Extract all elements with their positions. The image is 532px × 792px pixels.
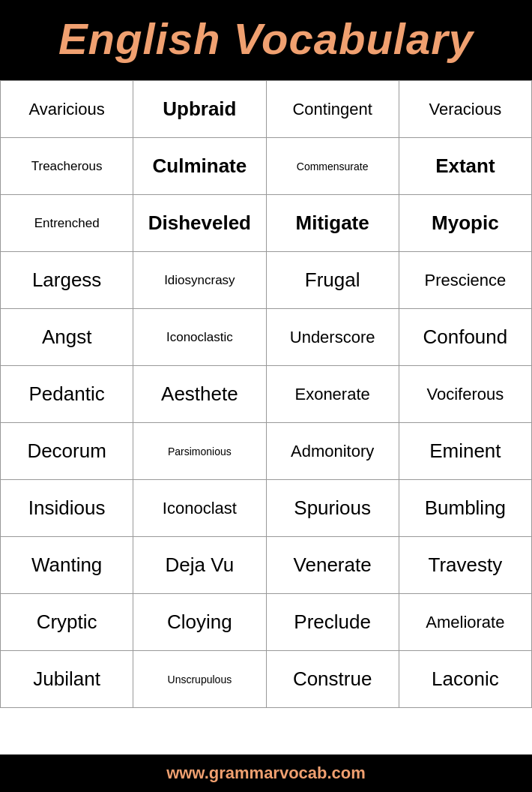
table-row: LargessIdiosyncrasyFrugalPrescience xyxy=(1,252,532,309)
vocab-cell: Spurious xyxy=(266,480,399,537)
vocab-cell: Underscore xyxy=(266,309,399,366)
vocab-cell: Deja Vu xyxy=(133,537,266,594)
table-row: InsidiousIconoclastSpuriousBumbling xyxy=(1,480,532,537)
vocab-cell: Iconoclast xyxy=(133,480,266,537)
vocab-cell: Extant xyxy=(399,138,531,195)
vocab-cell: Unscrupulous xyxy=(133,651,266,708)
table-row: CrypticCloyingPrecludeAmeliorate xyxy=(1,594,532,651)
vocabulary-table-container: AvariciousUpbraidContingentVeraciousTrea… xyxy=(0,80,532,754)
table-row: AngstIconoclasticUnderscoreConfound xyxy=(1,309,532,366)
vocab-cell: Pedantic xyxy=(1,366,133,423)
vocab-cell: Treacherous xyxy=(1,138,133,195)
vocab-cell: Angst xyxy=(1,309,133,366)
vocab-cell: Culminate xyxy=(133,138,266,195)
footer-url: www.grammarvocab.com xyxy=(166,764,366,782)
vocab-cell: Veracious xyxy=(399,81,531,138)
vocab-cell: Idiosyncrasy xyxy=(133,252,266,309)
vocab-cell: Myopic xyxy=(399,195,531,252)
vocab-cell: Wanting xyxy=(1,537,133,594)
page-title: English Vocabulary xyxy=(7,14,525,64)
vocab-cell: Contingent xyxy=(266,81,399,138)
vocab-cell: Preclude xyxy=(266,594,399,651)
vocab-cell: Confound xyxy=(399,309,531,366)
table-row: WantingDeja VuVenerateTravesty xyxy=(1,537,532,594)
vocab-cell: Bumbling xyxy=(399,480,531,537)
vocab-cell: Commensurate xyxy=(266,138,399,195)
vocab-cell: Insidious xyxy=(1,480,133,537)
vocab-cell: Entrenched xyxy=(1,195,133,252)
vocab-cell: Aesthete xyxy=(133,366,266,423)
table-row: TreacherousCulminateCommensurateExtant xyxy=(1,138,532,195)
vocab-cell: Avaricious xyxy=(1,81,133,138)
vocab-cell: Exonerate xyxy=(266,366,399,423)
vocab-cell: Decorum xyxy=(1,423,133,480)
table-row: EntrenchedDisheveledMitigateMyopic xyxy=(1,195,532,252)
table-row: AvariciousUpbraidContingentVeracious xyxy=(1,81,532,138)
vocab-cell: Venerate xyxy=(266,537,399,594)
vocab-cell: Largess xyxy=(1,252,133,309)
vocab-cell: Construe xyxy=(266,651,399,708)
vocab-cell: Prescience xyxy=(399,252,531,309)
vocab-cell: Vociferous xyxy=(399,366,531,423)
table-row: DecorumParsimoniousAdmonitoryEminent xyxy=(1,423,532,480)
vocabulary-table: AvariciousUpbraidContingentVeraciousTrea… xyxy=(0,80,532,708)
vocab-cell: Laconic xyxy=(399,651,531,708)
page-header: English Vocabulary xyxy=(0,0,532,80)
vocab-cell: Cryptic xyxy=(1,594,133,651)
vocab-cell: Iconoclastic xyxy=(133,309,266,366)
table-row: PedanticAestheteExonerateVociferous xyxy=(1,366,532,423)
vocab-cell: Mitigate xyxy=(266,195,399,252)
vocab-cell: Eminent xyxy=(399,423,531,480)
vocab-cell: Ameliorate xyxy=(399,594,531,651)
vocab-cell: Travesty xyxy=(399,537,531,594)
vocab-cell: Jubilant xyxy=(1,651,133,708)
vocab-cell: Disheveled xyxy=(133,195,266,252)
vocab-cell: Frugal xyxy=(266,252,399,309)
vocab-cell: Upbraid xyxy=(133,81,266,138)
vocab-cell: Parsimonious xyxy=(133,423,266,480)
table-row: JubilantUnscrupulousConstrueLaconic xyxy=(1,651,532,708)
vocab-cell: Cloying xyxy=(133,594,266,651)
vocab-cell: Admonitory xyxy=(266,423,399,480)
page-footer: www.grammarvocab.com xyxy=(0,754,532,792)
